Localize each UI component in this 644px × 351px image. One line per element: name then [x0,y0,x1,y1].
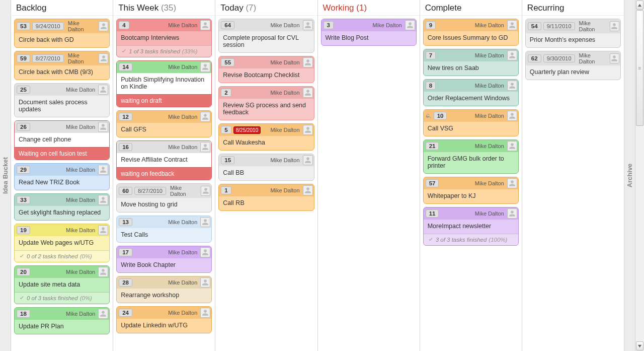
column-title: Complete [425,3,462,13]
card-title: Circle back with GD [15,33,109,47]
checklist-icon [428,237,434,243]
card-header: 539/24/2010Mike Dalton [15,19,109,33]
card-date-badge: 8/25/2010 [233,126,261,134]
scroll-track[interactable] [635,10,644,341]
card[interactable]: 33Mike DaltonGet skylight flashing repla… [14,193,110,221]
column-body[interactable]: 9Mike DaltonCore Issues Summary to GD7Mi… [420,16,522,252]
avatar-icon [303,20,313,30]
card-number: 53 [17,22,30,30]
card[interactable]: 7Mike DaltonNew tires on Saab [423,49,519,76]
card[interactable]: 608/27/2010Mike DaltonMove hosting to gr… [116,183,212,213]
card-number: 33 [17,196,30,204]
column-this-week: This Week (35)4Mike DaltonBootcamp Inter… [113,0,215,351]
card-assignee: Mike Dalton [170,185,198,197]
card[interactable]: 629/30/2010Mike DaltonQuarterly plan rev… [525,51,621,80]
card[interactable]: 19Mike DaltonUpdate Web pages w/UTG0 of … [14,224,110,262]
card[interactable]: 9Mike DaltonCore Issues Summary to GD [423,19,519,46]
card[interactable]: 14Mike DaltonPublish Simplifying Innovat… [116,60,212,107]
card[interactable]: 57Mike DaltonWhitepaper to KJ [423,177,519,204]
card[interactable]: 64Mike DaltonComplete proposal for CVL s… [218,19,314,53]
card[interactable]: 15Mike DaltonCall BB [218,154,314,181]
card-header: 15Mike Dalton [219,154,313,166]
card[interactable]: 21Mike DaltonForward GMG bulk order to p… [423,139,519,174]
card[interactable]: 58/25/2010Mike DaltonCall Waukesha [218,123,314,151]
sidebar-idea-bucket-label: Idea Bucket [2,157,9,194]
card-assignee: Mike Dalton [66,124,95,130]
column-body[interactable]: 64Mike DaltonComplete proposal for CVL s… [215,16,317,217]
card[interactable]: 2Mike DaltonReview SG process and send f… [218,86,314,120]
card[interactable]: 24Mike DaltonUpdate Linkedin w/UTG [116,306,212,333]
column-header[interactable]: Complete [420,0,522,16]
scroll-down-button[interactable] [636,341,643,350]
card[interactable]: 13Mike DaltonTest Calls [116,216,212,243]
avatar-icon [98,267,108,277]
card-title: Write Blog Post [321,31,416,45]
card-title: Core Issues Summary to GD [424,31,518,45]
card-assignee: Mike Dalton [270,22,299,28]
column-header[interactable]: Today (7) [215,0,317,16]
card-number: 19 [17,226,30,234]
card-number: 62 [528,54,541,62]
card-title: Call Waukesha [219,136,313,150]
card-number: 60 [119,187,132,195]
column-header[interactable]: This Week (35) [113,0,215,16]
card-number: 15 [221,156,234,164]
column-body[interactable]: 549/11/2010Mike DaltonPrior Month's expe… [522,16,624,86]
card-number: 21 [426,142,439,150]
card[interactable]: 11Mike DaltonMoreImpact newsletter3 of 3… [423,207,519,246]
card[interactable]: 549/11/2010Mike DaltonPrior Month's expe… [525,19,621,48]
card-title: Quarterly plan review [526,65,620,80]
card-date-badge: 9/30/2010 [543,54,575,62]
vertical-scrollbar[interactable] [635,0,644,351]
sidebar-archive[interactable]: Archive [624,0,635,351]
card[interactable]: 18Mike DaltonUpdate PR Plan [14,307,110,334]
card-header: 2Mike Dalton [219,87,313,99]
avatar-icon [507,50,517,60]
card[interactable]: 29Mike DaltonRead New TRIZ Book [14,163,110,190]
card-assignee: Mike Dalton [475,22,504,28]
scroll-thumb[interactable] [636,10,643,126]
card-header: 55Mike Dalton [219,56,313,68]
avatar-icon [201,186,210,196]
card[interactable]: 26Mike DaltonChange cell phoneWaiting on… [14,120,110,160]
card-header: 18Mike Dalton [15,308,109,320]
avatar-icon [98,309,108,319]
column-body[interactable]: 4Mike DaltonBootcamp Interviews1 of 3 ta… [113,16,215,339]
kanban-board: Backlog539/24/2010Mike DaltonCircle back… [11,0,624,351]
column-body[interactable]: 539/24/2010Mike DaltonCircle back with G… [11,16,113,340]
card-title: Rearrange workshop [117,289,211,303]
card[interactable]: 20Mike DaltonUpdate site meta data0 of 3… [14,265,110,304]
card[interactable]: 539/24/2010Mike DaltonCircle back with G… [14,19,110,48]
card-subtask-percent: (0%) [80,253,92,259]
card[interactable]: 28Mike DaltonRearrange workshop [116,276,212,303]
card-title: Move hosting to grid [117,198,211,212]
card[interactable]: 16Mike DaltonRevise Affiliate Contractwa… [116,141,212,180]
column-header[interactable]: Recurring [522,0,624,16]
card[interactable]: 25Mike DaltonDocument sales process upda… [14,83,110,117]
card-number: 14 [119,63,132,71]
card[interactable]: 598/27/2010Mike DaltonCircle back with C… [14,51,110,80]
scroll-up-button[interactable] [636,1,643,10]
card[interactable]: 4Mike DaltonBootcamp Interviews1 of 3 ta… [116,19,212,57]
card[interactable]: 17Mike DaltonWrite Book Chapter [116,246,212,273]
column-title: Recurring [527,3,565,13]
column-body[interactable]: 3Mike DaltonWrite Blog Post [318,16,420,52]
sidebar-idea-bucket[interactable]: Idea Bucket [0,0,11,351]
card[interactable]: 8Mike DaltonOrder Replacement Windows [423,79,519,106]
column-backlog: Backlog539/24/2010Mike DaltonCircle back… [11,0,113,351]
card-title: Document sales process updates [15,96,109,117]
card[interactable]: 1Mike DaltonCall RB [218,184,314,211]
card[interactable]: 55Mike DaltonRevise Bootcamp Checklist [218,56,314,83]
column-header[interactable]: Backlog [11,0,113,16]
column-header[interactable]: Working (1) [318,0,420,16]
card-header: 10Mike Dalton [424,110,518,122]
column-today: Today (7)64Mike DaltonComplete proposal … [215,0,317,351]
card[interactable]: 10Mike DaltonCall VSG [423,109,519,136]
card-assignee: Mike Dalton [66,227,95,233]
avatar-icon [303,155,313,165]
card-header: 629/30/2010Mike Dalton [526,51,620,65]
card-subtask-progress: 3 of 3 tasks finished (100%) [424,234,518,245]
column-count: (35) [161,3,176,13]
card[interactable]: 3Mike DaltonWrite Blog Post [321,19,417,46]
card[interactable]: 12Mike DaltonCall GFS [116,110,212,137]
